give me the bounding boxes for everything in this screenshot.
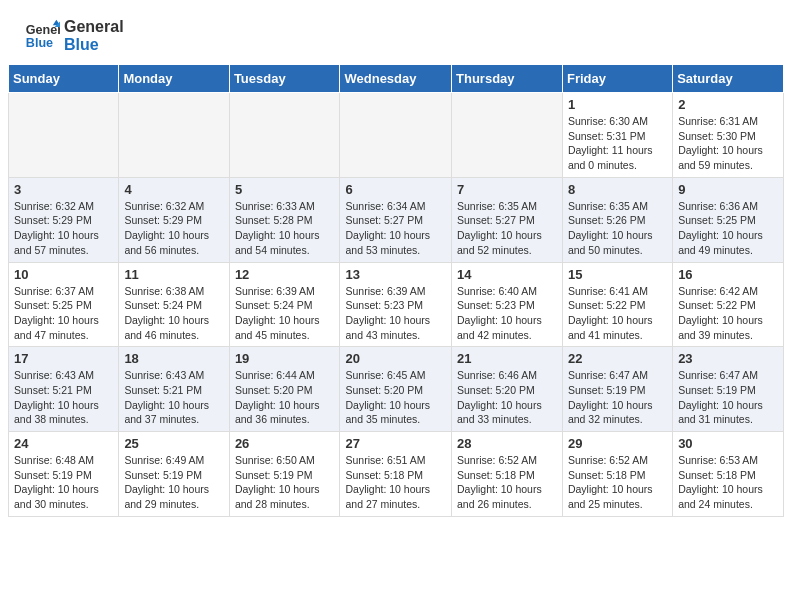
- weekday-header-monday: Monday: [119, 65, 229, 93]
- weekday-header-row: SundayMondayTuesdayWednesdayThursdayFrid…: [9, 65, 784, 93]
- day-number: 6: [345, 182, 446, 197]
- day-number: 10: [14, 267, 113, 282]
- calendar-day: [340, 93, 452, 178]
- calendar-day: 13Sunrise: 6:39 AM Sunset: 5:23 PM Dayli…: [340, 262, 452, 347]
- calendar-day: 1Sunrise: 6:30 AM Sunset: 5:31 PM Daylig…: [562, 93, 672, 178]
- day-info: Sunrise: 6:40 AM Sunset: 5:23 PM Dayligh…: [457, 284, 557, 343]
- day-info: Sunrise: 6:39 AM Sunset: 5:23 PM Dayligh…: [345, 284, 446, 343]
- day-number: 17: [14, 351, 113, 366]
- day-number: 18: [124, 351, 223, 366]
- day-info: Sunrise: 6:31 AM Sunset: 5:30 PM Dayligh…: [678, 114, 778, 173]
- calendar-week-1: 1Sunrise: 6:30 AM Sunset: 5:31 PM Daylig…: [9, 93, 784, 178]
- calendar-day: 10Sunrise: 6:37 AM Sunset: 5:25 PM Dayli…: [9, 262, 119, 347]
- calendar-day: 4Sunrise: 6:32 AM Sunset: 5:29 PM Daylig…: [119, 177, 229, 262]
- calendar-day: 27Sunrise: 6:51 AM Sunset: 5:18 PM Dayli…: [340, 432, 452, 517]
- calendar-day: 3Sunrise: 6:32 AM Sunset: 5:29 PM Daylig…: [9, 177, 119, 262]
- calendar-day: 20Sunrise: 6:45 AM Sunset: 5:20 PM Dayli…: [340, 347, 452, 432]
- calendar-day: 21Sunrise: 6:46 AM Sunset: 5:20 PM Dayli…: [452, 347, 563, 432]
- day-info: Sunrise: 6:35 AM Sunset: 5:27 PM Dayligh…: [457, 199, 557, 258]
- logo: General Blue General Blue: [24, 18, 124, 54]
- logo-line1: General: [64, 18, 124, 36]
- calendar-day: 26Sunrise: 6:50 AM Sunset: 5:19 PM Dayli…: [229, 432, 340, 517]
- calendar-day: 6Sunrise: 6:34 AM Sunset: 5:27 PM Daylig…: [340, 177, 452, 262]
- calendar-day: 22Sunrise: 6:47 AM Sunset: 5:19 PM Dayli…: [562, 347, 672, 432]
- calendar-table: SundayMondayTuesdayWednesdayThursdayFrid…: [8, 64, 784, 517]
- day-number: 7: [457, 182, 557, 197]
- weekday-header-friday: Friday: [562, 65, 672, 93]
- calendar-week-4: 17Sunrise: 6:43 AM Sunset: 5:21 PM Dayli…: [9, 347, 784, 432]
- calendar-week-5: 24Sunrise: 6:48 AM Sunset: 5:19 PM Dayli…: [9, 432, 784, 517]
- header: General Blue General Blue: [0, 0, 792, 64]
- day-info: Sunrise: 6:42 AM Sunset: 5:22 PM Dayligh…: [678, 284, 778, 343]
- day-number: 23: [678, 351, 778, 366]
- calendar-day: 28Sunrise: 6:52 AM Sunset: 5:18 PM Dayli…: [452, 432, 563, 517]
- day-info: Sunrise: 6:50 AM Sunset: 5:19 PM Dayligh…: [235, 453, 335, 512]
- calendar-day: [452, 93, 563, 178]
- day-number: 22: [568, 351, 667, 366]
- day-number: 21: [457, 351, 557, 366]
- day-info: Sunrise: 6:33 AM Sunset: 5:28 PM Dayligh…: [235, 199, 335, 258]
- day-number: 28: [457, 436, 557, 451]
- day-number: 5: [235, 182, 335, 197]
- calendar-day: 8Sunrise: 6:35 AM Sunset: 5:26 PM Daylig…: [562, 177, 672, 262]
- day-info: Sunrise: 6:44 AM Sunset: 5:20 PM Dayligh…: [235, 368, 335, 427]
- day-info: Sunrise: 6:53 AM Sunset: 5:18 PM Dayligh…: [678, 453, 778, 512]
- day-info: Sunrise: 6:47 AM Sunset: 5:19 PM Dayligh…: [678, 368, 778, 427]
- day-info: Sunrise: 6:30 AM Sunset: 5:31 PM Dayligh…: [568, 114, 667, 173]
- calendar-day: 14Sunrise: 6:40 AM Sunset: 5:23 PM Dayli…: [452, 262, 563, 347]
- day-info: Sunrise: 6:36 AM Sunset: 5:25 PM Dayligh…: [678, 199, 778, 258]
- calendar-day: 11Sunrise: 6:38 AM Sunset: 5:24 PM Dayli…: [119, 262, 229, 347]
- day-number: 12: [235, 267, 335, 282]
- day-number: 13: [345, 267, 446, 282]
- calendar-day: [9, 93, 119, 178]
- calendar-day: 9Sunrise: 6:36 AM Sunset: 5:25 PM Daylig…: [673, 177, 784, 262]
- calendar-day: 5Sunrise: 6:33 AM Sunset: 5:28 PM Daylig…: [229, 177, 340, 262]
- calendar-day: 29Sunrise: 6:52 AM Sunset: 5:18 PM Dayli…: [562, 432, 672, 517]
- day-number: 16: [678, 267, 778, 282]
- day-number: 19: [235, 351, 335, 366]
- day-number: 4: [124, 182, 223, 197]
- weekday-header-saturday: Saturday: [673, 65, 784, 93]
- day-number: 20: [345, 351, 446, 366]
- calendar-day: 24Sunrise: 6:48 AM Sunset: 5:19 PM Dayli…: [9, 432, 119, 517]
- day-number: 8: [568, 182, 667, 197]
- day-number: 2: [678, 97, 778, 112]
- day-number: 29: [568, 436, 667, 451]
- logo-line2: Blue: [64, 36, 124, 54]
- day-info: Sunrise: 6:39 AM Sunset: 5:24 PM Dayligh…: [235, 284, 335, 343]
- day-info: Sunrise: 6:34 AM Sunset: 5:27 PM Dayligh…: [345, 199, 446, 258]
- weekday-header-tuesday: Tuesday: [229, 65, 340, 93]
- day-number: 14: [457, 267, 557, 282]
- calendar-day: 19Sunrise: 6:44 AM Sunset: 5:20 PM Dayli…: [229, 347, 340, 432]
- day-info: Sunrise: 6:37 AM Sunset: 5:25 PM Dayligh…: [14, 284, 113, 343]
- weekday-header-wednesday: Wednesday: [340, 65, 452, 93]
- calendar-day: 15Sunrise: 6:41 AM Sunset: 5:22 PM Dayli…: [562, 262, 672, 347]
- day-info: Sunrise: 6:46 AM Sunset: 5:20 PM Dayligh…: [457, 368, 557, 427]
- day-number: 11: [124, 267, 223, 282]
- calendar-week-2: 3Sunrise: 6:32 AM Sunset: 5:29 PM Daylig…: [9, 177, 784, 262]
- day-number: 27: [345, 436, 446, 451]
- calendar-day: 23Sunrise: 6:47 AM Sunset: 5:19 PM Dayli…: [673, 347, 784, 432]
- day-info: Sunrise: 6:45 AM Sunset: 5:20 PM Dayligh…: [345, 368, 446, 427]
- calendar-day: [119, 93, 229, 178]
- calendar-day: 16Sunrise: 6:42 AM Sunset: 5:22 PM Dayli…: [673, 262, 784, 347]
- weekday-header-thursday: Thursday: [452, 65, 563, 93]
- day-info: Sunrise: 6:35 AM Sunset: 5:26 PM Dayligh…: [568, 199, 667, 258]
- day-info: Sunrise: 6:51 AM Sunset: 5:18 PM Dayligh…: [345, 453, 446, 512]
- day-info: Sunrise: 6:41 AM Sunset: 5:22 PM Dayligh…: [568, 284, 667, 343]
- calendar-day: 7Sunrise: 6:35 AM Sunset: 5:27 PM Daylig…: [452, 177, 563, 262]
- day-info: Sunrise: 6:52 AM Sunset: 5:18 PM Dayligh…: [568, 453, 667, 512]
- calendar-wrapper: SundayMondayTuesdayWednesdayThursdayFrid…: [0, 64, 792, 525]
- day-number: 26: [235, 436, 335, 451]
- day-number: 30: [678, 436, 778, 451]
- day-number: 25: [124, 436, 223, 451]
- calendar-day: 2Sunrise: 6:31 AM Sunset: 5:30 PM Daylig…: [673, 93, 784, 178]
- day-info: Sunrise: 6:49 AM Sunset: 5:19 PM Dayligh…: [124, 453, 223, 512]
- calendar-day: 30Sunrise: 6:53 AM Sunset: 5:18 PM Dayli…: [673, 432, 784, 517]
- day-info: Sunrise: 6:32 AM Sunset: 5:29 PM Dayligh…: [14, 199, 113, 258]
- day-info: Sunrise: 6:47 AM Sunset: 5:19 PM Dayligh…: [568, 368, 667, 427]
- day-info: Sunrise: 6:32 AM Sunset: 5:29 PM Dayligh…: [124, 199, 223, 258]
- day-number: 24: [14, 436, 113, 451]
- day-number: 3: [14, 182, 113, 197]
- day-info: Sunrise: 6:52 AM Sunset: 5:18 PM Dayligh…: [457, 453, 557, 512]
